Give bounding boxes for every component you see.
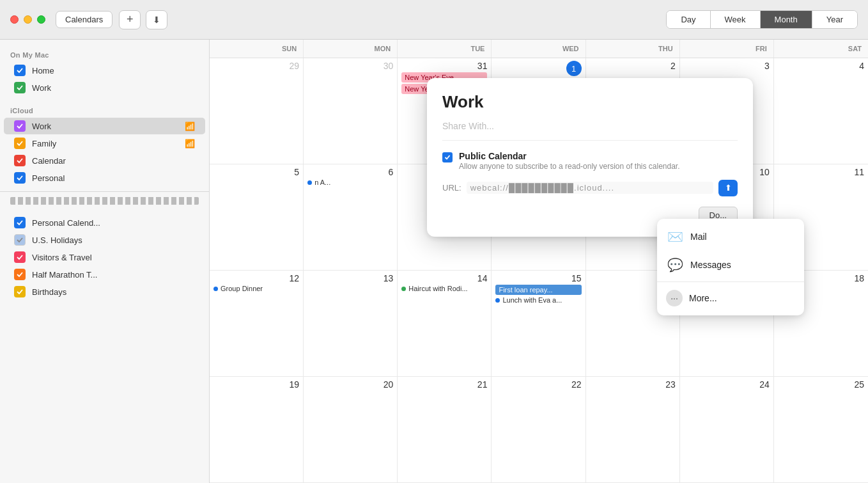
day-headers: SUN MON TUE WED THU FRI SAT <box>210 40 868 58</box>
calendars-button[interactable]: Calendars <box>56 11 112 28</box>
personal-cal-label: Personal Calend... <box>32 218 195 228</box>
on-my-mac-section-title: On My Mac <box>0 46 209 61</box>
export-button[interactable]: ⬇ <box>146 10 167 29</box>
visitors-checkbox[interactable] <box>14 251 26 263</box>
event-group-dinner[interactable]: Group Dinner <box>213 285 299 292</box>
family-checkbox[interactable] <box>14 138 26 149</box>
event-dot-indicator <box>307 180 312 185</box>
work-mac-checkbox[interactable] <box>14 82 26 93</box>
view-month-button[interactable]: Month <box>761 11 812 28</box>
us-holidays-checkbox[interactable] <box>14 234 26 246</box>
work-icloud-checkbox[interactable] <box>14 120 26 132</box>
cell-date: 25 <box>778 379 864 390</box>
day-header-tue: TUE <box>398 40 492 58</box>
event-lunch-eva[interactable]: Lunch with Eva a... <box>495 296 581 304</box>
url-value[interactable]: webcal://██████████.icloud.... <box>467 182 713 194</box>
event-text: n A... <box>314 178 330 186</box>
popup-overlay: Work Share With... Public Calendar Allow… <box>427 78 753 237</box>
view-year-button[interactable]: Year <box>812 11 857 28</box>
cell-date: 20 <box>307 379 393 390</box>
more-icon: ··· <box>666 290 683 306</box>
cal-cell-dec30[interactable]: 30 <box>304 58 398 164</box>
maximize-button[interactable] <box>37 15 45 24</box>
cal-cell-jan24[interactable]: 24 <box>680 377 774 483</box>
home-checkbox[interactable] <box>14 65 26 76</box>
cal-cell-jan13[interactable]: 13 <box>304 271 398 377</box>
sidebar-item-work-icloud[interactable]: Work 📶 <box>4 118 205 134</box>
url-label: URL: <box>442 183 461 193</box>
share-menu-item-more[interactable]: ··· More... <box>657 285 804 312</box>
personal-checkbox[interactable] <box>14 172 26 184</box>
sidebar-item-calendar[interactable]: Calendar <box>4 152 205 169</box>
main-layout: On My Mac Home Work iCloud Work 📶 <box>0 40 868 483</box>
event-dot[interactable]: n A... <box>307 178 393 186</box>
cal-cell-dec29[interactable]: 29 <box>210 58 304 164</box>
popup-public-info: Public Calendar Allow anyone to subscrib… <box>459 151 680 172</box>
sidebar-item-home[interactable]: Home <box>4 62 205 79</box>
us-holidays-label: U.S. Holidays <box>32 235 195 245</box>
event-dot-indicator <box>401 287 406 291</box>
traffic-lights <box>10 15 45 24</box>
calendar-checkbox[interactable] <box>14 155 26 166</box>
cal-cell-jan21[interactable]: 21 <box>398 377 492 483</box>
work-mac-calendar-label: Work <box>32 83 195 93</box>
messages-icon: 💬 <box>666 256 684 274</box>
sidebar-item-family[interactable]: Family 📶 <box>4 135 205 152</box>
share-menu-divider <box>657 281 804 282</box>
cal-cell-jan12[interactable]: 12 Group Dinner <box>210 271 304 377</box>
birthdays-checkbox[interactable] <box>14 286 26 297</box>
cal-cell-jan22[interactable]: 22 <box>492 377 585 483</box>
sidebar-item-work-mac[interactable]: Work <box>4 79 205 96</box>
family-wifi-icon: 📶 <box>185 139 195 148</box>
close-button[interactable] <box>10 15 19 24</box>
day-header-sat: SAT <box>774 40 868 58</box>
event-loan[interactable]: First loan repay... <box>495 285 581 295</box>
sidebar-item-visitors[interactable]: Visitors & Travel <box>4 249 205 265</box>
view-week-button[interactable]: Week <box>711 11 761 28</box>
download-icon: ⬇ <box>153 15 160 25</box>
sidebar-item-half-marathon[interactable]: Half Marathon T... <box>4 266 205 283</box>
cal-cell-jan15[interactable]: 15 First loan repay... Lunch with Eva a.… <box>492 271 585 377</box>
sidebar-item-personal-cal[interactable]: Personal Calend... <box>4 214 205 231</box>
cal-cell-jan20[interactable]: 20 <box>304 377 398 483</box>
share-menu-item-mail[interactable]: ✉️ Mail <box>657 223 804 251</box>
cell-date: 24 <box>684 379 770 390</box>
minimize-button[interactable] <box>24 15 32 24</box>
cell-date: 3 <box>684 61 770 71</box>
calendar-label: Calendar <box>32 156 195 166</box>
event-haircut[interactable]: Haircut with Rodi... <box>401 285 487 292</box>
cell-date: 4 <box>778 61 864 71</box>
public-calendar-checkbox[interactable] <box>442 152 453 162</box>
sidebar-item-birthdays[interactable]: Birthdays <box>4 283 205 300</box>
half-marathon-checkbox[interactable] <box>14 269 26 280</box>
cal-cell-jan25[interactable]: 25 <box>774 377 868 483</box>
sidebar-divider <box>0 191 209 192</box>
birthdays-label: Birthdays <box>32 287 195 297</box>
family-calendar-label: Family <box>32 139 185 148</box>
event-dot-indicator <box>495 298 500 303</box>
add-calendar-button[interactable]: + <box>119 10 141 29</box>
personal-cal-checkbox[interactable] <box>14 217 26 228</box>
cell-date: 19 <box>213 379 299 390</box>
half-marathon-label: Half Marathon T... <box>32 270 195 280</box>
sidebar-item-personal[interactable]: Personal <box>4 170 205 186</box>
day-header-mon: MON <box>304 40 398 58</box>
cal-cell-jan23[interactable]: 23 <box>586 377 680 483</box>
url-share-button[interactable]: ⬆ <box>718 180 738 196</box>
share-menu-item-messages[interactable]: 💬 Messages <box>657 251 804 279</box>
popup-public-row: Public Calendar Allow anyone to subscrib… <box>442 151 738 172</box>
cal-cell-jan14[interactable]: 14 Haircut with Rodi... <box>398 271 492 377</box>
sidebar-item-us-holidays[interactable]: U.S. Holidays <box>4 232 205 248</box>
cal-cell-jan5[interactable]: 5 <box>210 164 304 271</box>
cell-date: 5 <box>213 167 299 177</box>
cell-date: 2 <box>590 61 676 71</box>
view-day-button[interactable]: Day <box>667 11 710 28</box>
cal-cell-jan19[interactable]: 19 <box>210 377 304 483</box>
icloud-section-title: iCloud <box>0 102 209 117</box>
popup-share-placeholder[interactable]: Share With... <box>442 121 738 141</box>
cal-cell-jan4[interactable]: 4 <box>774 58 868 164</box>
popup-card: Work Share With... Public Calendar Allow… <box>427 78 753 237</box>
more-label: More... <box>689 293 717 303</box>
share-menu: ✉️ Mail 💬 Messages ··· More... <box>657 219 804 315</box>
cal-cell-jan6[interactable]: 6 n A... <box>304 164 398 271</box>
